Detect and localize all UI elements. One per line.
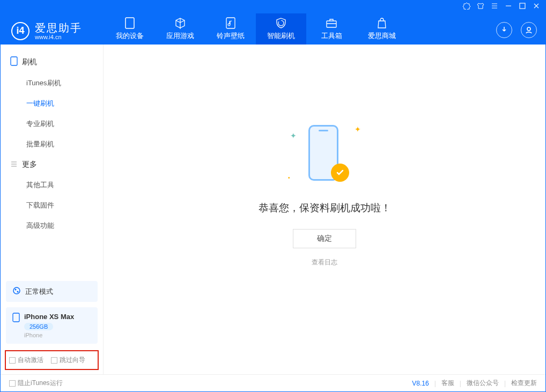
tab-flash[interactable]: 智能刷机 — [256, 13, 306, 45]
nav-group-more: 更多 — [1, 154, 103, 175]
svg-rect-3 — [327, 21, 336, 27]
device-name: iPhone XS Max — [24, 313, 74, 321]
nav-batch-flash[interactable]: 批量刷机 — [1, 134, 103, 154]
minimize-icon[interactable] — [505, 2, 512, 12]
tab-label: 我的设备 — [116, 31, 144, 41]
check-badge-icon — [331, 164, 349, 182]
tab-label: 应用游戏 — [166, 31, 194, 41]
success-illustration: ✦ ✦ • — [287, 120, 362, 195]
close-icon[interactable] — [533, 2, 540, 12]
app-window: i4 爱思助手 www.i4.cn 我的设备 应用游戏 铃声壁纸 智能刷机 — [0, 0, 546, 392]
sparkle-icon: ✦ — [355, 125, 361, 134]
svg-point-6 — [13, 287, 20, 294]
checkbox-label: 自动激活 — [18, 356, 43, 365]
device-mode-box[interactable]: 正常模式 — [6, 281, 98, 302]
bag-icon — [376, 17, 388, 29]
tab-apps[interactable]: 应用游戏 — [155, 13, 205, 45]
logo-icon: i4 — [11, 22, 29, 40]
logo: i4 爱思助手 www.i4.cn — [11, 22, 105, 45]
phone-icon — [10, 56, 18, 68]
sidebar-nav: 刷机 iTunes刷机 一键刷机 专业刷机 批量刷机 更多 其他工具 下载固件 … — [1, 45, 103, 281]
svg-point-7 — [15, 289, 17, 291]
wechat-link[interactable]: 微信公众号 — [467, 379, 499, 388]
header: i4 爱思助手 www.i4.cn 我的设备 应用游戏 铃声壁纸 智能刷机 — [1, 13, 545, 45]
footer: 阻止iTunes运行 V8.16 | 客服 | 微信公众号 | 检查更新 — [1, 374, 545, 391]
tab-my-device[interactable]: 我的设备 — [105, 13, 155, 45]
main-content: ✦ ✦ • 恭喜您，保资料刷机成功啦！ 确定 查看日志 — [104, 45, 545, 374]
titlebar — [1, 1, 545, 13]
toolbox-icon — [326, 17, 337, 29]
brand-name: 爱思助手 — [35, 22, 82, 34]
svg-rect-9 — [13, 313, 19, 322]
tab-toolbox[interactable]: 工具箱 — [306, 13, 357, 45]
nav-download-firmware[interactable]: 下载固件 — [1, 195, 103, 216]
brand-url: www.i4.cn — [35, 34, 82, 40]
main-tabs: 我的设备 应用游戏 铃声壁纸 智能刷机 工具箱 爱思商城 — [105, 13, 407, 45]
sparkle-icon: ✦ — [290, 131, 297, 140]
download-button[interactable] — [496, 22, 512, 38]
skin-icon[interactable] — [477, 2, 484, 12]
shield-icon — [275, 17, 287, 29]
list-icon — [10, 160, 18, 169]
menu-icon[interactable] — [491, 2, 498, 12]
feedback-icon[interactable] — [463, 2, 470, 12]
sidebar: 刷机 iTunes刷机 一键刷机 专业刷机 批量刷机 更多 其他工具 下载固件 … — [1, 45, 104, 374]
flash-options-highlighted: 自动激活 跳过向导 — [5, 350, 99, 370]
tab-ringtones[interactable]: 铃声壁纸 — [205, 13, 256, 45]
customer-service-link[interactable]: 客服 — [441, 379, 454, 388]
tab-label: 智能刷机 — [267, 31, 295, 41]
nav-pro-flash[interactable]: 专业刷机 — [1, 114, 103, 134]
tab-label: 铃声壁纸 — [217, 31, 245, 41]
success-message: 恭喜您，保资料刷机成功啦！ — [259, 201, 391, 215]
tab-store[interactable]: 爱思商城 — [357, 13, 407, 45]
maximize-icon[interactable] — [519, 2, 526, 12]
svg-rect-2 — [226, 18, 235, 28]
tab-label: 工具箱 — [321, 31, 342, 41]
mode-icon — [12, 286, 21, 297]
nav-group-flash: 刷机 — [1, 51, 103, 73]
auto-activate-checkbox[interactable]: 自动激活 — [9, 356, 43, 365]
device-icon — [12, 313, 20, 324]
body: 刷机 iTunes刷机 一键刷机 专业刷机 批量刷机 更多 其他工具 下载固件 … — [1, 45, 545, 374]
check-update-link[interactable]: 检查更新 — [511, 379, 537, 388]
svg-point-4 — [527, 27, 530, 31]
device-info-box[interactable]: iPhone XS Max 256GB iPhone — [6, 307, 98, 344]
device-capacity: 256GB — [24, 323, 53, 330]
device-icon — [124, 17, 136, 29]
cube-icon — [174, 17, 186, 29]
user-button[interactable] — [521, 22, 537, 38]
block-itunes-checkbox[interactable]: 阻止iTunes运行 — [9, 379, 63, 388]
nav-other-tools[interactable]: 其他工具 — [1, 175, 103, 195]
view-log-link[interactable]: 查看日志 — [312, 258, 337, 267]
group-title: 刷机 — [22, 57, 37, 67]
nav-oneclick-flash[interactable]: 一键刷机 — [1, 93, 103, 114]
checkbox-label: 阻止iTunes运行 — [18, 379, 63, 388]
nav-advanced[interactable]: 高级功能 — [1, 216, 103, 236]
ok-button[interactable]: 确定 — [293, 229, 356, 248]
header-actions — [496, 22, 537, 45]
svg-point-8 — [17, 291, 19, 293]
music-icon — [225, 17, 237, 29]
group-title: 更多 — [22, 160, 37, 169]
checkbox-label: 跳过向导 — [60, 356, 85, 365]
tab-label: 爱思商城 — [368, 31, 396, 41]
device-type: iPhone — [24, 332, 74, 338]
device-mode-label: 正常模式 — [25, 287, 53, 297]
version-label: V8.16 — [412, 380, 429, 387]
sparkle-icon: • — [288, 175, 290, 181]
svg-rect-5 — [11, 57, 17, 65]
nav-itunes-flash[interactable]: iTunes刷机 — [1, 73, 103, 93]
svg-rect-1 — [126, 18, 134, 28]
skip-guide-checkbox[interactable]: 跳过向导 — [51, 356, 85, 365]
svg-rect-0 — [520, 3, 525, 9]
